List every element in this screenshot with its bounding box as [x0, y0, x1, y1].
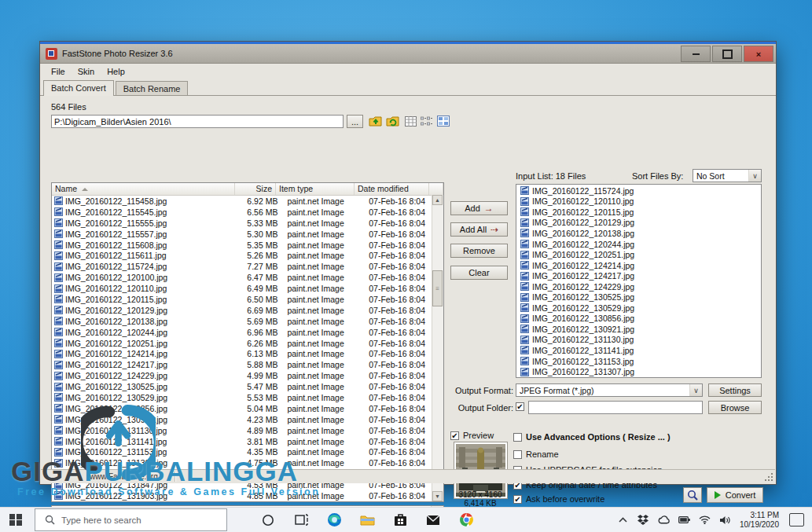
scrollbar-thumb[interactable]: ≡ — [432, 270, 443, 306]
preview-option[interactable]: ✔ Preview — [450, 431, 494, 440]
output-folder-checkbox[interactable]: ✔ — [516, 402, 524, 411]
input-list-item[interactable]: IMG_20160122_130529.jpg — [516, 303, 761, 314]
file-size: 7.27 MB — [237, 262, 283, 271]
input-list-item[interactable]: IMG_20160122_130525.jpg — [516, 292, 761, 303]
folder-refresh-icon[interactable] — [386, 115, 399, 127]
table-row[interactable]: IMG_20160122_120115.jpg6.50 MBpaint.net … — [52, 294, 443, 305]
table-row[interactable]: IMG_20160122_120129.jpg6.69 MBpaint.net … — [52, 305, 443, 316]
table-row[interactable]: IMG_20160122_115458.jpg6.92 MBpaint.net … — [52, 196, 443, 207]
table-row[interactable]: IMG_20160122_115555.jpg5.33 MBpaint.net … — [52, 218, 443, 229]
task-view-icon[interactable] — [293, 512, 309, 528]
menu-help[interactable]: Help — [101, 65, 131, 78]
table-row[interactable]: IMG_20160122_120251.jpg6.26 MBpaint.net … — [52, 338, 443, 349]
volume-icon[interactable] — [719, 514, 731, 526]
wifi-icon[interactable] — [699, 514, 711, 526]
input-list-item[interactable]: IMG_20160122_124214.jpg — [516, 260, 761, 271]
browse-output-button[interactable]: Browse — [708, 401, 762, 414]
taskbar-search[interactable]: Type here to search — [35, 508, 227, 531]
input-list-item[interactable]: IMG_20160122_120251.jpg — [516, 249, 761, 260]
ask-overwrite-checkbox[interactable]: ✔ — [513, 495, 522, 504]
dropbox-icon[interactable] — [637, 514, 649, 526]
input-list-item[interactable]: IMG_20160122_130921.jpg — [516, 324, 761, 335]
output-format-select[interactable]: JPEG Format (*.jpg) ∨ — [516, 383, 703, 397]
chrome-icon[interactable] — [458, 512, 474, 528]
table-row[interactable]: IMG_20160122_124217.jpg5.88 MBpaint.net … — [52, 359, 443, 370]
table-row[interactable]: IMG_20160122_124214.jpg6.13 MBpaint.net … — [52, 348, 443, 359]
input-list-item[interactable]: IMG_20160122_115724.jpg — [516, 185, 761, 196]
advanced-options-checkbox[interactable] — [513, 433, 522, 442]
settings-button[interactable]: Settings — [708, 383, 762, 397]
tray-clock[interactable]: 3:11 PM 10/19/2020 — [740, 511, 779, 530]
input-list-item[interactable]: IMG_20160122_120129.jpg — [516, 218, 761, 229]
mail-icon[interactable] — [425, 512, 441, 528]
input-list-item[interactable]: IMG_20160122_131153.jpg — [516, 356, 761, 367]
table-row[interactable]: IMG_20160122_120100.jpg6.47 MBpaint.net … — [52, 272, 443, 283]
titlebar[interactable]: FastStone Photo Resizer 3.6 × — [40, 42, 776, 64]
column-name[interactable]: Name — [52, 183, 235, 195]
input-list-item[interactable]: IMG_20160122_120110.jpg — [516, 196, 761, 207]
edge-icon[interactable] — [326, 512, 342, 528]
tab-batch-rename[interactable]: Batch Rename — [116, 81, 189, 96]
table-row[interactable]: IMG_20160122_115611.jpg5.26 MBpaint.net … — [52, 250, 443, 261]
clear-button[interactable]: Clear — [450, 266, 508, 280]
resize-grip[interactable] — [764, 472, 773, 482]
tray-chevron-up-icon[interactable] — [617, 514, 629, 526]
detail-view-icon[interactable] — [404, 115, 417, 127]
folder-up-icon[interactable] — [369, 115, 382, 127]
file-explorer-icon[interactable] — [359, 512, 375, 528]
input-list-item[interactable]: IMG_20160122_130856.jpg — [516, 314, 761, 325]
output-folder-input[interactable] — [528, 401, 703, 414]
table-row[interactable]: IMG_20160122_120244.jpg6.96 MBpaint.net … — [52, 327, 443, 338]
preview-checkbox[interactable]: ✔ — [450, 431, 459, 440]
input-list[interactable]: IMG_20160122_115724.jpgIMG_20160122_1201… — [516, 184, 762, 378]
action-center-icon[interactable] — [789, 513, 804, 526]
input-list-item[interactable]: IMG_20160122_120244.jpg — [516, 239, 761, 250]
add-button[interactable]: Add→ — [450, 201, 508, 215]
advanced-options-option[interactable]: Use Advanced Options ( Resize ... ) — [513, 432, 671, 442]
table-row[interactable]: IMG_20160122_120110.jpg6.49 MBpaint.net … — [52, 283, 443, 294]
scroll-up-icon[interactable]: ▲ — [432, 195, 443, 205]
start-button[interactable] — [6, 511, 25, 530]
close-button[interactable]: × — [744, 46, 773, 62]
thumbnail-view-icon[interactable] — [436, 115, 450, 127]
column-size[interactable]: Size — [235, 183, 276, 195]
folder-path-input[interactable] — [51, 115, 344, 128]
list-view-icon[interactable] — [420, 115, 433, 127]
rename-option[interactable]: Rename — [513, 449, 559, 459]
add-all-button[interactable]: Add All⇢ — [450, 222, 508, 237]
tab-batch-convert[interactable]: Batch Convert — [43, 80, 114, 96]
cortana-icon[interactable] — [260, 512, 276, 528]
ask-overwrite-option[interactable]: ✔ Ask before overwrite — [513, 494, 604, 504]
table-row[interactable]: IMG_20160122_124229.jpg4.99 MBpaint.net … — [52, 370, 443, 381]
minimize-button[interactable] — [681, 46, 711, 62]
onedrive-icon[interactable] — [658, 514, 670, 526]
table-row[interactable]: IMG_20160122_130525.jpg5.47 MBpaint.net … — [52, 381, 443, 392]
input-list-item[interactable]: IMG_20160122_131130.jpg — [516, 335, 761, 346]
input-list-item[interactable]: IMG_20160122_124229.jpg — [516, 281, 761, 292]
browse-folder-button[interactable]: ... — [347, 115, 363, 128]
table-row[interactable]: IMG_20160122_130529.jpg5.53 MBpaint.net … — [52, 392, 443, 403]
menu-file[interactable]: File — [45, 65, 72, 78]
sort-files-select[interactable]: No Sort ∨ — [693, 169, 762, 182]
table-row[interactable]: IMG_20160122_120138.jpg5.69 MBpaint.net … — [52, 316, 443, 327]
column-item-type[interactable]: Item type — [276, 183, 355, 195]
store-icon[interactable] — [392, 512, 408, 528]
remove-button[interactable]: Remove — [450, 244, 508, 258]
input-list-item[interactable]: IMG_20160122_124217.jpg — [516, 270, 761, 281]
file-table-scrollbar[interactable]: ▲ ≡ ▼ — [432, 195, 443, 501]
column-date-modified[interactable]: Date modified — [355, 183, 429, 195]
menu-skin[interactable]: Skin — [72, 65, 101, 78]
maximize-button[interactable] — [712, 46, 742, 62]
input-list-item[interactable]: IMG_20160122_131307.jpg — [516, 366, 761, 377]
table-row[interactable]: IMG_20160122_115545.jpg6.56 MBpaint.net … — [52, 207, 443, 218]
input-list-item[interactable]: IMG_20160122_120115.jpg — [516, 207, 761, 218]
input-list-item[interactable]: IMG_20160122_120138.jpg — [516, 228, 761, 239]
table-row[interactable]: IMG_20160122_115557.jpg5.30 MBpaint.net … — [52, 229, 443, 240]
table-row[interactable]: IMG_20160122_115724.jpg7.27 MBpaint.net … — [52, 261, 443, 272]
preview-image-button[interactable] — [683, 487, 702, 503]
table-row[interactable]: IMG_20160122_115608.jpg5.35 MBpaint.net … — [52, 240, 443, 251]
battery-icon[interactable] — [678, 514, 690, 526]
input-list-item[interactable]: IMG_20160122_131141.jpg — [516, 345, 761, 356]
convert-button[interactable]: Convert — [707, 487, 763, 503]
rename-checkbox[interactable] — [513, 450, 522, 459]
